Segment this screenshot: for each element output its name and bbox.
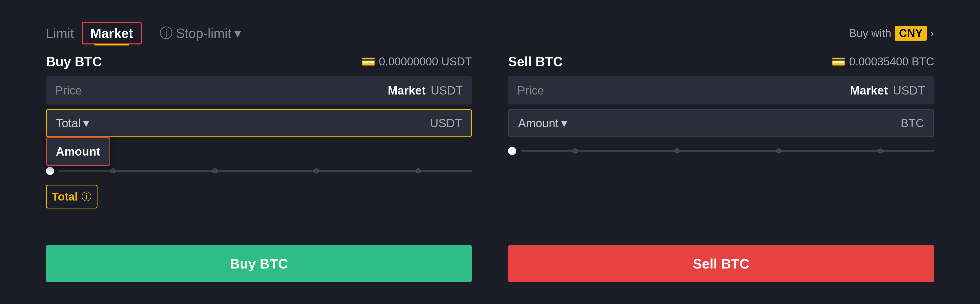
sell-slider-track[interactable] <box>522 150 934 152</box>
buy-total-info-label: Total <box>52 190 78 203</box>
buy-title: Buy BTC <box>46 54 102 69</box>
buy-total-input[interactable] <box>89 116 430 130</box>
trading-columns: Buy BTC 💳 0.00000000 USDT Price Market U… <box>46 54 934 282</box>
sell-amount-currency: BTC <box>900 116 924 130</box>
buy-slider-handle[interactable] <box>46 167 54 175</box>
buy-total-currency: USDT <box>430 116 462 130</box>
sell-balance-value: 0.00035400 BTC <box>849 55 934 68</box>
tab-limit[interactable]: Limit <box>46 23 82 43</box>
sell-slider-dot-1 <box>573 149 578 154</box>
sell-amount-row[interactable]: Amount ▾ BTC <box>508 109 934 137</box>
main-container: Limit Market ⓘ Stop-limit ▾ Buy with CNY… <box>30 11 950 293</box>
sell-balance: 💳 0.00035400 BTC <box>832 55 934 68</box>
sell-column: Sell BTC 💳 0.00035400 BTC Price Market U… <box>508 54 934 282</box>
sell-amount-label-container[interactable]: Amount ▾ <box>518 116 567 130</box>
sell-slider-dot-3 <box>776 149 781 154</box>
buy-with-button[interactable]: Buy with CNY › <box>849 26 934 41</box>
sell-amount-dropdown-arrow: ▾ <box>561 116 567 130</box>
column-divider <box>490 54 490 282</box>
sell-price-currency: USDT <box>893 83 925 97</box>
buy-total-label-container[interactable]: Total ▾ <box>56 116 89 130</box>
buy-slider-dot-2 <box>212 168 217 173</box>
buy-balance: 💳 0.00000000 USDT <box>361 55 472 68</box>
chevron-down-icon: ▾ <box>234 26 241 41</box>
buy-total-row[interactable]: Total ▾ USDT <box>46 109 472 137</box>
sell-price-value: Market <box>850 83 888 97</box>
buy-col-header: Buy BTC 💳 0.00000000 USDT <box>46 54 472 69</box>
buy-total-dropdown-arrow: ▾ <box>83 116 89 130</box>
sell-price-label: Price <box>517 83 850 97</box>
buy-total-dropdown: Amount <box>46 137 110 166</box>
buy-slider-dot-4 <box>416 168 421 173</box>
chevron-right-icon: › <box>930 27 934 40</box>
sell-card-icon: 💳 <box>832 55 845 68</box>
buy-price-currency: USDT <box>431 83 463 97</box>
sell-btc-button[interactable]: Sell BTC <box>508 245 934 282</box>
sell-amount-label: Amount <box>518 116 558 130</box>
info-icon: ⓘ <box>159 24 173 42</box>
sell-slider-row[interactable] <box>508 142 934 160</box>
sell-amount-input[interactable] <box>567 116 900 130</box>
buy-slider-dot-1 <box>110 168 115 173</box>
tab-stop-limit[interactable]: ⓘ Stop-limit ▾ <box>152 22 248 45</box>
cny-badge: CNY <box>895 26 927 41</box>
card-icon: 💳 <box>361 55 375 68</box>
buy-btc-button[interactable]: Buy BTC <box>46 245 472 282</box>
buy-price-label: Price <box>55 83 388 97</box>
sell-spacer <box>508 165 934 245</box>
sell-title: Sell BTC <box>508 54 563 69</box>
buy-track-dots <box>59 168 472 173</box>
top-bar: Limit Market ⓘ Stop-limit ▾ Buy with CNY… <box>46 22 934 45</box>
buy-price-row: Price Market USDT <box>46 77 472 104</box>
buy-price-value: Market <box>388 83 425 97</box>
buy-column: Buy BTC 💳 0.00000000 USDT Price Market U… <box>46 54 472 282</box>
buy-slider-track[interactable] <box>59 170 472 172</box>
sell-col-header: Sell BTC 💳 0.00035400 BTC <box>508 54 934 69</box>
buy-amount-option[interactable]: Amount <box>46 137 110 166</box>
sell-slider-handle[interactable] <box>508 147 516 155</box>
sell-slider-dot-4 <box>878 149 883 154</box>
tab-market[interactable]: Market <box>82 22 142 45</box>
sell-track-dots <box>522 149 934 154</box>
buy-total-label: Total <box>56 116 81 130</box>
buy-balance-value: 0.00000000 USDT <box>379 55 472 68</box>
sell-slider-dot-2 <box>674 149 679 154</box>
sell-price-row: Price Market USDT <box>508 77 934 104</box>
buy-with-label: Buy with <box>849 27 891 40</box>
stop-limit-label: Stop-limit <box>176 26 231 41</box>
buy-total-info-icon: ⓘ <box>81 190 92 203</box>
buy-total-info-row: Total ⓘ <box>46 185 97 208</box>
buy-slider-dot-3 <box>314 168 319 173</box>
